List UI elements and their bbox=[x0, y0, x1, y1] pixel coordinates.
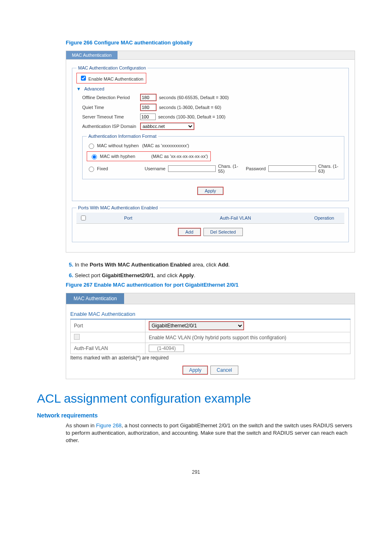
del-selected-button[interactable]: Del Selected bbox=[203, 228, 243, 236]
step-list: In the Ports With MAC Authentication Ena… bbox=[75, 261, 355, 279]
quiet-time-label: Quiet Time bbox=[82, 105, 138, 110]
tab-bar-1: MAC Authentication bbox=[66, 51, 355, 60]
enable-mac-auth-checkbox[interactable] bbox=[81, 76, 86, 81]
isp-domain-select[interactable]: aabbcc.net bbox=[141, 123, 194, 130]
figure-266-caption: Figure 266 Configure MAC authentication … bbox=[66, 39, 355, 46]
server-timeout-hint: seconds (100-300, Default = 100) bbox=[158, 114, 226, 119]
password-label: Password bbox=[246, 166, 265, 171]
apply-button-2[interactable]: Apply bbox=[183, 366, 208, 374]
quiet-time-input[interactable] bbox=[141, 104, 156, 111]
ports-enabled-fieldset: Ports With MAC Authentication Enabled Po… bbox=[72, 205, 349, 242]
isp-domain-label: Authentication ISP Domain bbox=[82, 124, 138, 129]
quiet-time-hint: seconds (1-3600, Default = 60) bbox=[159, 105, 221, 110]
mac-auth-panel-2: MAC Authentication Enable MAC Authentica… bbox=[66, 293, 355, 379]
username-label: Username bbox=[145, 166, 166, 171]
offline-detection-input[interactable] bbox=[141, 94, 156, 101]
apply-button-1[interactable]: Apply bbox=[198, 187, 223, 195]
port-label: Port bbox=[71, 319, 145, 332]
section-subheading-netreq: Network requirements bbox=[37, 412, 355, 419]
password-input[interactable] bbox=[268, 165, 316, 172]
mac-with-hyphen-radio[interactable] bbox=[92, 154, 97, 160]
auth-fail-vlan-input[interactable] bbox=[149, 345, 184, 352]
server-timeout-input[interactable] bbox=[140, 114, 156, 120]
figure-267-caption: Figure 267 Enable MAC authentication for… bbox=[66, 282, 355, 288]
offline-detection-label: Offline Detection Period bbox=[82, 95, 138, 100]
advanced-toggle-label[interactable]: Advanced bbox=[84, 86, 104, 91]
ports-select-all-checkbox[interactable] bbox=[81, 216, 86, 220]
cancel-button[interactable]: Cancel bbox=[210, 366, 238, 375]
enable-mac-auth-label: Enable MAC Authentication bbox=[88, 76, 143, 81]
offline-detection-hint: seconds (60-65535, Default = 300) bbox=[159, 95, 229, 100]
enable-mac-auth-title: Enable MAC Authentication bbox=[66, 304, 355, 319]
mac-with-hyphen-hint: (MAC as 'xx-xx-xx-xx-xx-xx') bbox=[151, 154, 208, 159]
page-number: 291 bbox=[37, 469, 355, 475]
ports-table: Port Auth-Fail VLAN Operation bbox=[76, 213, 344, 224]
body-paragraph: As shown in Figure 268, a host connects … bbox=[66, 422, 355, 445]
password-chars-hint: Chars. (1-63) bbox=[318, 164, 340, 174]
ports-enabled-legend: Ports With MAC Authentication Enabled bbox=[76, 205, 159, 210]
tab-mac-auth-1[interactable]: MAC Authentication bbox=[66, 51, 118, 59]
ports-th-vlan: Auth-Fail VLAN bbox=[167, 213, 304, 224]
fixed-label: Fixed bbox=[97, 166, 108, 171]
section-heading-acl: ACL assignment configuration example bbox=[37, 392, 355, 406]
fixed-radio[interactable] bbox=[89, 167, 94, 172]
required-note: Items marked with an asterisk(*) are req… bbox=[66, 354, 355, 363]
mac-auth-config-legend: MAC Authentication Configuration bbox=[76, 65, 148, 70]
figure-268-link[interactable]: Figure 268 bbox=[96, 422, 122, 429]
enable-mac-auth-highlight: Enable MAC Authentication bbox=[76, 73, 146, 83]
mac-vlan-checkbox bbox=[74, 334, 80, 340]
server-timeout-label: Server Timeout Time bbox=[82, 114, 138, 119]
advanced-toggle-icon[interactable]: ▼ bbox=[76, 86, 81, 91]
ports-th-port: Port bbox=[90, 213, 167, 224]
port-select[interactable]: GigabitEthernet2/0/1 bbox=[149, 322, 244, 330]
add-button[interactable]: Add bbox=[178, 228, 201, 236]
tab-mac-auth-2[interactable]: MAC Authentication bbox=[66, 293, 124, 304]
mac-without-hyphen-hint: (MAC as 'xxxxxxxxxxx') bbox=[142, 143, 189, 148]
mac-without-hyphen-radio[interactable] bbox=[89, 144, 94, 149]
tab-bar-2: MAC Authentication bbox=[66, 293, 355, 304]
auth-info-format-legend: Authentication Information Format bbox=[87, 134, 158, 139]
mac-auth-config-fieldset: MAC Authentication Configuration Enable … bbox=[72, 65, 349, 201]
enable-mac-auth-form: Port GigabitEthernet2/0/1 Enable MAC VLA… bbox=[70, 319, 350, 354]
auth-fail-vlan-label: Auth-Fail VLAN bbox=[71, 343, 145, 354]
mac-without-hyphen-label: MAC without hyphen bbox=[97, 143, 139, 148]
auth-info-format-fieldset: Authentication Information Format MAC wi… bbox=[82, 134, 344, 179]
step-6: Select port GigabitEthernet2/0/1, and cl… bbox=[75, 271, 355, 280]
mac-with-hyphen-label: MAC with hyphen bbox=[100, 154, 135, 159]
mac-auth-panel-1: MAC Authentication MAC Authentication Co… bbox=[66, 51, 355, 253]
username-chars-hint: Chars. (1-55) bbox=[218, 164, 240, 174]
mac-vlan-label: Enable MAC VLAN (Only hybrid ports suppo… bbox=[145, 332, 350, 343]
username-input[interactable] bbox=[168, 165, 216, 172]
ports-th-op: Operation bbox=[304, 213, 344, 224]
step-5: In the Ports With MAC Authentication Ena… bbox=[75, 261, 355, 269]
